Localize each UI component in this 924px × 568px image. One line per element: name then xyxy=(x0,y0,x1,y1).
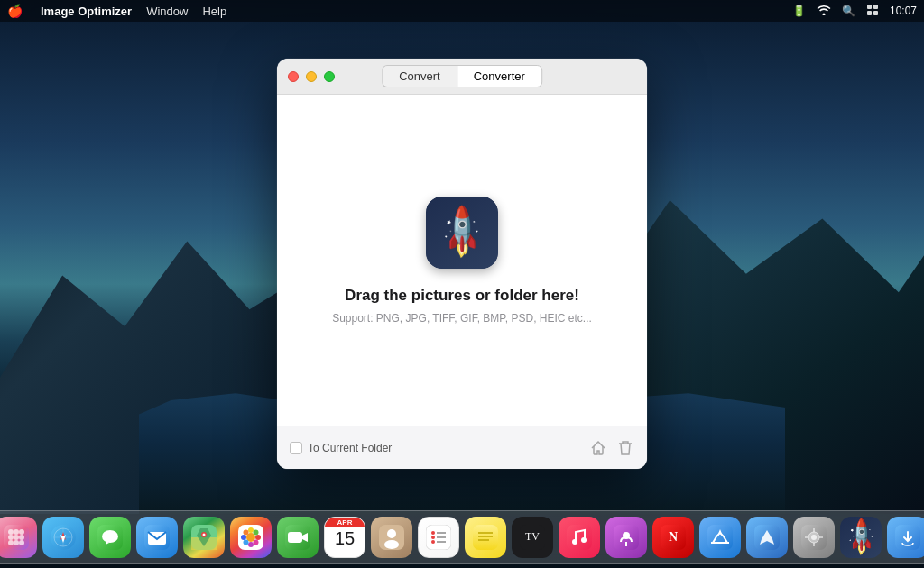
dock-item-calendar[interactable]: APR 15 xyxy=(324,517,365,558)
dock: APR 15 xyxy=(0,510,924,564)
svg-point-28 xyxy=(102,530,118,543)
svg-rect-0 xyxy=(867,5,872,9)
svg-point-45 xyxy=(254,540,259,545)
menu-wifi-icon xyxy=(817,5,831,18)
dock-item-appstore[interactable] xyxy=(699,517,741,558)
svg-point-50 xyxy=(387,529,396,538)
svg-rect-47 xyxy=(288,532,302,543)
current-folder-checkbox[interactable] xyxy=(290,442,302,454)
svg-text:TV: TV xyxy=(525,530,540,543)
bottom-icons xyxy=(589,439,634,457)
svg-point-14 xyxy=(19,529,24,535)
svg-point-55 xyxy=(431,536,435,539)
dock-item-airdrop[interactable] xyxy=(887,517,924,558)
menu-help[interactable]: Help xyxy=(202,5,226,18)
rocket-icon: 🚀 xyxy=(431,201,494,263)
svg-point-44 xyxy=(244,540,249,545)
svg-point-43 xyxy=(254,530,259,536)
dock-item-launchpad[interactable] xyxy=(0,517,37,558)
svg-point-41 xyxy=(255,535,261,540)
tab-bar: Convert Converter xyxy=(382,65,542,87)
svg-point-67 xyxy=(581,537,587,543)
svg-point-40 xyxy=(241,535,246,540)
drag-title: Drag the pictures or folder here! xyxy=(345,287,579,305)
menu-search-icon[interactable]: 🔍 xyxy=(842,5,855,17)
dock-item-maps[interactable] xyxy=(183,517,225,558)
svg-point-38 xyxy=(248,527,254,533)
title-bar: Convert Converter xyxy=(277,59,647,95)
svg-rect-65 xyxy=(567,525,592,550)
dock-item-safari[interactable] xyxy=(42,517,84,558)
dock-item-contacts[interactable] xyxy=(371,517,412,558)
calendar-date: 15 xyxy=(335,529,355,547)
window-close-button[interactable] xyxy=(288,71,299,82)
window-minimize-button[interactable] xyxy=(306,71,317,82)
svg-point-17 xyxy=(19,535,24,540)
home-icon[interactable] xyxy=(589,439,607,457)
bottom-bar: To Current Folder xyxy=(277,426,647,469)
dock-item-image-optimizer[interactable]: 🚀 xyxy=(840,517,882,558)
dock-item-news[interactable]: N xyxy=(652,517,694,558)
menu-bar: 🍎 Image Optimizer Window Help 🔋 🔍 10:07 xyxy=(0,0,924,22)
svg-point-16 xyxy=(14,535,19,540)
dock-item-system-preferences[interactable] xyxy=(793,517,835,558)
calendar-month: APR xyxy=(325,518,365,527)
menu-bar-right: 🔋 🔍 10:07 xyxy=(792,4,917,19)
menu-time: 10:07 xyxy=(890,5,917,17)
menu-battery-icon: 🔋 xyxy=(792,5,806,17)
svg-rect-3 xyxy=(873,11,878,15)
trash-icon[interactable] xyxy=(616,439,634,457)
svg-point-18 xyxy=(8,540,14,545)
dock-item-notes[interactable] xyxy=(465,517,506,558)
dock-item-testflight[interactable] xyxy=(746,517,788,558)
tab-converter[interactable]: Converter xyxy=(457,65,542,87)
app-window: Convert Converter 🚀 Drag the pictures or… xyxy=(277,59,647,469)
svg-point-53 xyxy=(431,531,435,535)
apple-menu[interactable]: 🍎 xyxy=(7,4,23,18)
dock-item-mail[interactable] xyxy=(136,517,178,558)
app-icon: 🚀 xyxy=(426,197,498,269)
svg-point-78 xyxy=(811,535,817,540)
window-controls xyxy=(288,71,335,82)
menu-window[interactable]: Window xyxy=(146,5,188,18)
svg-rect-2 xyxy=(867,11,872,15)
svg-point-66 xyxy=(572,539,578,545)
current-folder-label: To Current Folder xyxy=(308,442,392,454)
svg-point-12 xyxy=(8,529,14,535)
dock-item-reminders[interactable] xyxy=(418,517,459,558)
svg-point-35 xyxy=(203,534,206,536)
dock-item-music[interactable] xyxy=(559,517,600,558)
drag-subtitle: Support: PNG, JPG, TIFF, GIF, BMP, PSD, … xyxy=(332,312,592,325)
dock-item-facetime[interactable] xyxy=(277,517,319,558)
menu-app-name[interactable]: Image Optimizer xyxy=(41,5,132,18)
menu-bar-left: 🍎 Image Optimizer Window Help xyxy=(7,4,226,18)
drop-zone[interactable]: 🚀 Drag the pictures or folder here! Supp… xyxy=(277,95,647,426)
svg-point-39 xyxy=(248,542,254,547)
current-folder-checkbox-container[interactable]: To Current Folder xyxy=(290,442,392,454)
svg-point-51 xyxy=(384,540,399,549)
window-maximize-button[interactable] xyxy=(324,71,335,82)
menu-control-icon[interactable] xyxy=(866,4,879,19)
svg-rect-73 xyxy=(707,525,733,550)
app-icon-container: 🚀 xyxy=(426,197,498,269)
svg-point-42 xyxy=(244,530,249,536)
svg-rect-59 xyxy=(473,525,498,550)
dock-item-appletv[interactable]: TV xyxy=(512,517,553,558)
svg-point-20 xyxy=(19,540,24,545)
svg-text:N: N xyxy=(669,530,678,544)
svg-rect-1 xyxy=(873,5,878,9)
dock-item-podcasts[interactable] xyxy=(605,517,647,558)
dock-item-photos[interactable] xyxy=(230,517,272,558)
tab-convert[interactable]: Convert xyxy=(382,65,457,87)
svg-point-15 xyxy=(8,535,14,540)
dock-item-messages[interactable] xyxy=(89,517,131,558)
svg-point-57 xyxy=(431,540,435,544)
svg-point-19 xyxy=(14,540,19,545)
svg-point-13 xyxy=(14,529,19,535)
